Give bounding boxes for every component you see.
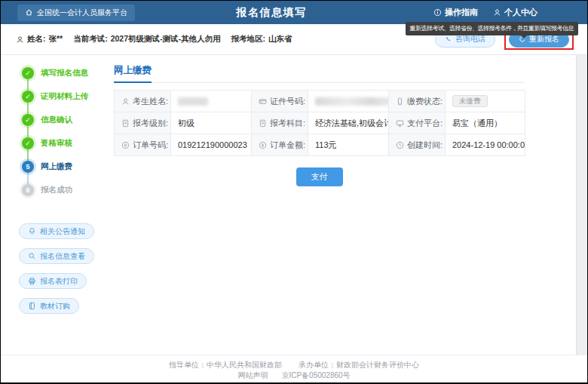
order-amount-value-cell: 113元 <box>308 134 389 156</box>
table-row: 订单号码: 019212190000023 订单金额: 113元 创建时间: 2… <box>115 134 525 156</box>
phone-icon <box>445 35 452 43</box>
user-icon <box>493 8 501 17</box>
app-window: 全国统一会计人员服务平台 报名信息填写 操作指南 个人中心 重新选择考试、选择省… <box>0 0 588 384</box>
table-row: 考生姓名: 证件号码: 缴费状态: 未缴费 <box>115 91 525 112</box>
step-connector <box>27 173 29 184</box>
step-check-icon: ✓ <box>22 137 34 149</box>
footer-guidance-org: 指导单位：中华人民共和国财政部 <box>169 361 282 369</box>
region-label: 报考地区: <box>231 34 266 45</box>
step-upload-materials: ✓ 证明材料上传 <box>22 91 114 103</box>
app-header: 全国统一会计人员服务平台 报名信息填写 操作指南 个人中心 <box>1 1 587 24</box>
step-connector <box>27 149 29 161</box>
pay-platform-label-cell: 支付平台: <box>389 112 446 134</box>
platform-home-button[interactable]: 全国统一会计人员服务平台 <box>17 5 135 21</box>
clock-icon <box>396 141 404 149</box>
name-value: 张** <box>49 34 63 45</box>
masked-id-value <box>315 97 389 106</box>
step-fill-info: ✓ 填写报名信息 <box>22 67 114 79</box>
exam-subject-label-cell: 报考科目: <box>252 112 308 134</box>
scrollbar[interactable] <box>576 55 587 355</box>
region-value: 山东省 <box>268 34 292 45</box>
footer-host-org: 承办单位：财政部会计财务评价中心 <box>299 361 419 369</box>
mobile-icon <box>396 97 404 106</box>
guide-menu-item[interactable]: 操作指南 <box>433 7 478 18</box>
page-title: 报名信息填写 <box>237 6 307 20</box>
document-icon <box>259 119 267 127</box>
book-icon <box>28 302 36 310</box>
step-check-icon: ✓ <box>22 67 34 79</box>
step-number-6: 6 <box>22 184 34 196</box>
exam-value: 2027初级测试-测试-其他人勿用 <box>111 34 221 45</box>
created-time-value-cell: 2024-12-19 00:00:00 <box>446 134 525 156</box>
search-icon <box>28 252 36 260</box>
user-icon <box>16 35 24 44</box>
footer-orgs: 指导单位：中华人民共和国财政部承办单位：财政部会计财务评价中心 <box>1 360 587 370</box>
printer-icon <box>28 277 36 285</box>
guide-label: 操作指南 <box>445 7 478 18</box>
order-textbook-button[interactable]: 教材订购 <box>19 298 79 314</box>
page-footer: 指导单位：中华人民共和国财政部承办单位：财政部会计财务评价中心 网站声明京ICP… <box>1 355 587 382</box>
announcements-button[interactable]: 相关公告通知 <box>19 223 94 239</box>
icp-number: 京ICP备05002860号 <box>281 371 350 379</box>
candidate-name-value-cell <box>171 91 252 112</box>
exam-level-value-cell: 初级 <box>171 112 252 134</box>
progress-steps: ✓ 填写报名信息 ✓ 证明材料上传 ✓ 信息确认 ✓ 资格审核 <box>22 67 114 196</box>
bell-icon <box>28 227 36 235</box>
unpaid-status-badge: 未缴费 <box>452 95 488 108</box>
monitor-icon <box>396 119 404 127</box>
info-icon <box>433 8 442 17</box>
id-number-label-cell: 证件号码: <box>252 91 308 112</box>
money-icon <box>259 141 267 149</box>
section-title: 网上缴费 <box>114 64 152 83</box>
consult-label: 咨询电话 <box>455 34 485 45</box>
profile-label: 个人中心 <box>504 7 537 18</box>
content-area: ✓ 填写报名信息 ✓ 证明材料上传 ✓ 信息确认 ✓ 资格审核 <box>1 55 587 355</box>
profile-menu-item[interactable]: 个人中心 <box>493 7 537 18</box>
document-icon <box>121 119 130 127</box>
table-row: 报考级别: 初级 报考科目: 经济法基础,初级会计实务 支付平台: 易宝（通用） <box>115 112 525 134</box>
payment-status-label-cell: 缴费状态: <box>389 91 446 112</box>
home-icon <box>25 8 33 17</box>
masked-name-value <box>178 97 208 106</box>
name-label: 姓名: <box>27 34 46 45</box>
reapply-label: 重新报名 <box>529 34 559 45</box>
quick-links: 相关公告通知 报名信息查看 报名表打印 教材订购 <box>19 223 114 314</box>
exam-level-label-cell: 报考级别: <box>115 112 171 134</box>
step-check-icon: ✓ <box>22 114 34 126</box>
order-amount-label-cell: 订单金额: <box>252 134 308 156</box>
section-header: 网上缴费 <box>114 63 525 83</box>
user-icon <box>121 97 130 106</box>
reapply-tooltip: 重新选择考试、选择省份、选择报考条件，并且重新填写报考信息 <box>406 22 579 35</box>
site-statement-link[interactable]: 网站声明 <box>237 371 268 379</box>
id-card-icon <box>259 97 267 106</box>
sidebar: ✓ 填写报名信息 ✓ 证明材料上传 ✓ 信息确认 ✓ 资格审核 <box>1 55 114 355</box>
step-connector <box>27 103 29 114</box>
id-number-value-cell <box>308 91 389 112</box>
candidate-name-label-cell: 考生姓名: <box>115 91 171 112</box>
created-time-label-cell: 创建时间: <box>389 134 446 156</box>
payment-info-table: 考生姓名: 证件号码: 缴费状态: 未缴费 报考级别: 初级 报考科目: 经济法… <box>114 90 525 156</box>
user-info: 姓名: 张** 当前考试: 2027初级测试-测试-其他人勿用 报考地区: 山东… <box>16 34 292 45</box>
order-number-label-cell: 订单号码: <box>115 134 171 156</box>
print-form-button[interactable]: 报名表打印 <box>19 273 87 289</box>
step-registration-success: 6 报名成功 <box>22 184 114 196</box>
pay-button[interactable]: 支付 <box>296 167 343 186</box>
step-connector <box>27 79 29 91</box>
pay-platform-value-cell: 易宝（通用） <box>446 112 525 134</box>
order-icon <box>121 141 130 149</box>
payment-panel: 网上缴费 考生姓名: 证件号码: 缴费状态: 未缴费 报考级别: 初级 报考科目… <box>114 63 525 355</box>
step-qualification-review: ✓ 资格审核 <box>22 137 114 149</box>
step-connector <box>27 126 29 137</box>
footer-links: 网站声明京ICP备05002860号 <box>1 370 587 381</box>
view-registration-info-button[interactable]: 报名信息查看 <box>19 248 94 264</box>
header-nav: 操作指南 个人中心 <box>433 7 577 18</box>
step-check-icon: ✓ <box>22 91 34 103</box>
exam-subject-value-cell: 经济法基础,初级会计实务 <box>308 112 389 134</box>
payment-status-value-cell: 未缴费 <box>446 91 525 112</box>
order-number-value-cell: 019212190000023 <box>171 134 252 156</box>
platform-label: 全国统一会计人员服务平台 <box>37 8 127 18</box>
exam-label: 当前考试: <box>73 34 108 45</box>
step-confirm-info: ✓ 信息确认 <box>22 114 114 126</box>
step-number-5: 5 <box>22 161 34 173</box>
step-online-payment: 5 网上缴费 <box>22 161 114 173</box>
